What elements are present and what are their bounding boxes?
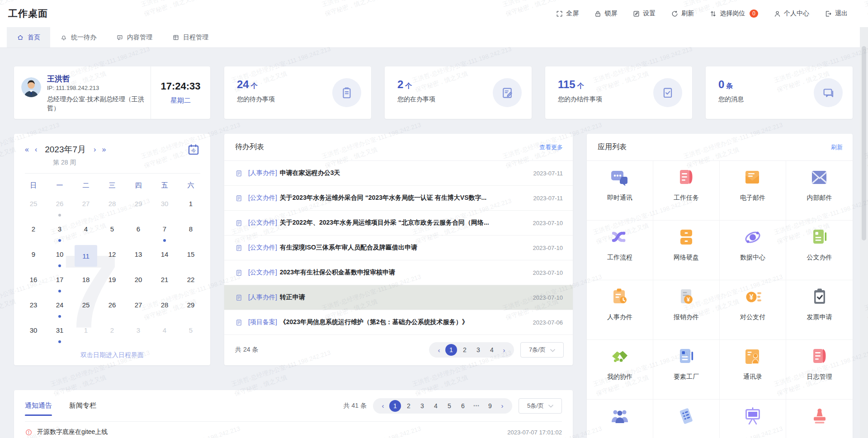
page-number[interactable]: 9 (484, 400, 496, 412)
app-item-contacts[interactable]: 通讯录 (720, 340, 786, 400)
calendar-day[interactable]: 3 (125, 321, 151, 346)
app-item-workflow[interactable]: 工作流程 (587, 221, 653, 280)
app-item-collaboration[interactable]: 我的协作 (587, 340, 653, 400)
page-number[interactable]: 2 (403, 400, 415, 412)
page-number[interactable]: 3 (416, 400, 428, 412)
app-item-reimbursement[interactable]: ¥报销办件 (653, 280, 720, 340)
apps-refresh-link[interactable]: 刷新 (831, 143, 843, 151)
page-number[interactable]: 6 (457, 400, 469, 412)
news-item[interactable]: 开源数字底座在gitee上线2023-07-07 17:01:02 (25, 422, 562, 438)
todo-item[interactable]: [公文办件]关于2022年、2023年水务局运维项目外采 “北京市政务云服务合同… (224, 211, 573, 235)
page-scrollbar[interactable] (860, 27, 868, 438)
calendar-day[interactable]: 4 (73, 220, 99, 245)
nav-tab-3[interactable]: 日程管理 (162, 27, 218, 47)
prev-page-button[interactable]: ‹ (377, 402, 388, 410)
app-item-instant-messaging[interactable]: 即时通讯 (587, 161, 653, 221)
calendar-day[interactable]: 27 (125, 296, 151, 321)
calendar-day[interactable]: 30 (151, 194, 178, 220)
calendar-day[interactable]: 8 (178, 220, 204, 245)
top-action-logout[interactable]: 退出 (825, 9, 848, 18)
calendar-day[interactable]: 24 (47, 296, 73, 321)
calendar-day[interactable]: 31 (47, 321, 73, 346)
todo-item[interactable]: [人事办件]转正申请2023-07-10 (224, 285, 573, 310)
calendar-day[interactable]: 14 (151, 245, 178, 271)
todo-item[interactable]: [人事办件]申请在家远程办公3天2023-07-11 (224, 161, 573, 186)
calendar-day[interactable]: 25 (73, 296, 99, 321)
calendar-day[interactable]: 26 (47, 194, 73, 220)
prev-page-button[interactable]: ‹ (434, 346, 444, 354)
top-action-lock[interactable]: 锁屏 (594, 9, 617, 18)
app-item-corporate-payment[interactable]: ¥对公支付 (720, 280, 786, 340)
calendar-day[interactable]: 29 (178, 296, 204, 321)
page-number[interactable]: 1 (389, 400, 401, 412)
calendar-day[interactable]: 25 (20, 194, 47, 220)
nav-tab-2[interactable]: 内容管理 (106, 27, 162, 47)
app-item-factor-factory[interactable]: 要素工厂 (653, 340, 720, 400)
calendar-day[interactable]: 18 (73, 270, 99, 296)
next-page-button[interactable]: › (499, 346, 509, 354)
calendar-day[interactable]: 4 (151, 321, 178, 346)
calendar-day[interactable]: 23 (20, 296, 47, 321)
prev-month-button[interactable]: ‹ (35, 146, 37, 153)
calendar-day[interactable]: 20 (125, 270, 151, 296)
next-page-button[interactable]: › (497, 402, 508, 410)
page-number[interactable]: 1 (445, 344, 457, 356)
calendar-day[interactable]: 29 (125, 194, 151, 220)
next-year-button[interactable]: » (102, 146, 106, 153)
calendar-day[interactable]: 16 (20, 270, 47, 296)
top-action-settings[interactable]: 设置 (632, 9, 656, 18)
calendar-day[interactable]: 27 (73, 194, 99, 220)
app-item-official-doc[interactable]: 公文办件 (786, 221, 853, 280)
top-action-switch-post[interactable]: 选择岗位0 (709, 9, 758, 18)
page-number[interactable]: 3 (472, 344, 484, 356)
calendar-day[interactable]: 21 (151, 270, 178, 296)
app-item-invoice[interactable]: 发票申请 (786, 280, 853, 340)
calendar-day[interactable]: 5 (99, 220, 125, 245)
page-number[interactable]: 2 (459, 344, 471, 356)
page-number[interactable]: 4 (430, 400, 442, 412)
nav-tab-0[interactable]: 首页 (7, 27, 50, 47)
app-item-work-task[interactable]: 工作任务 (653, 161, 720, 221)
calendar-day-selected[interactable]: 11 (73, 245, 99, 271)
app-item-presentation[interactable] (720, 400, 786, 438)
today-icon[interactable]: 今 (187, 143, 200, 156)
calendar-day[interactable]: 6 (125, 220, 151, 245)
calendar-day[interactable]: 10 (47, 245, 73, 271)
calendar-day[interactable]: 2 (99, 321, 125, 346)
top-action-fullscreen[interactable]: 全屏 (556, 9, 579, 18)
calendar-day[interactable]: 1 (73, 321, 99, 346)
calendar-day[interactable]: 22 (178, 270, 204, 296)
calendar-day[interactable]: 3 (47, 220, 73, 245)
scrollbar-thumb[interactable] (862, 46, 866, 240)
todo-item[interactable]: [项目备案]《2023年局信息系统运行维护（第2包：基础办公系统技术服务）》20… (224, 310, 573, 335)
notices-tab-0[interactable]: 通知通告 (25, 390, 52, 421)
app-item-stamp[interactable] (786, 400, 853, 438)
page-number[interactable]: 4 (486, 344, 498, 356)
app-item-receipt[interactable] (653, 400, 720, 438)
page-size-select[interactable]: 5条/页 (519, 398, 562, 414)
app-item-data-center[interactable]: 数据中心 (720, 221, 786, 280)
calendar-day[interactable]: 28 (151, 296, 178, 321)
calendar-day[interactable]: 5 (178, 321, 204, 346)
app-item-log-management[interactable]: 日志管理 (786, 340, 853, 400)
view-more-link[interactable]: 查看更多 (539, 143, 563, 151)
calendar-day[interactable]: 13 (125, 245, 151, 271)
calendar-day[interactable]: 30 (20, 321, 47, 346)
calendar-day[interactable]: 1 (178, 194, 204, 220)
notices-tab-1[interactable]: 新闻专栏 (69, 390, 96, 421)
todo-item[interactable]: [公文办件]关于2023年水务运维外采合同 “2023年水务局统一认证 有生博大… (224, 186, 573, 211)
todo-item[interactable]: [公文办件]有生深境ISO三体系年审人员配合及牌匾借出申请2023-07-10 (224, 235, 573, 260)
calendar-day[interactable]: 19 (99, 270, 125, 296)
app-item-org-members[interactable] (587, 400, 653, 438)
app-item-email[interactable]: 电子邮件 (720, 161, 786, 221)
page-size-select[interactable]: 7条/页 (520, 342, 564, 358)
top-action-refresh[interactable]: 刷新 (671, 9, 694, 18)
todo-item[interactable]: [公文办件]2023年有生社保公积金基数申报审核申请2023-07-10 (224, 260, 573, 285)
app-item-network-disk[interactable]: 网络硬盘 (653, 221, 720, 280)
calendar-day[interactable]: 2 (20, 220, 47, 245)
avatar[interactable] (21, 77, 41, 97)
prev-year-button[interactable]: « (25, 146, 29, 153)
calendar-footer-hint[interactable]: 双击日期进入日程界面 (14, 351, 210, 359)
calendar-day[interactable]: 17 (47, 270, 73, 296)
page-number[interactable]: 5 (443, 400, 455, 412)
